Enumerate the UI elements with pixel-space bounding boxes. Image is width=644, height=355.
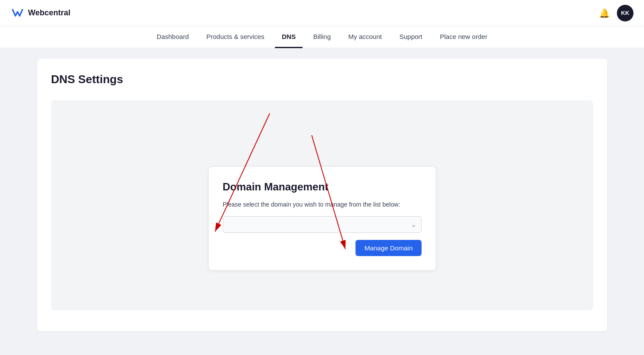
subnav-item-dns[interactable]: DNS [275, 26, 303, 48]
avatar-chevron-icon: ▾ [633, 16, 635, 21]
subnav-item-my-account[interactable]: My account [341, 26, 389, 48]
brand-name: Webcentral [28, 8, 70, 18]
brand-logo[interactable]: Webcentral [11, 6, 70, 20]
page-title: DNS Settings [51, 73, 593, 86]
navbar-right: 🔔 KK ▾ [599, 5, 633, 21]
domain-select-wrapper: ⌄ [223, 216, 422, 233]
subnav-item-support[interactable]: Support [392, 26, 429, 48]
subnav-item-dashboard[interactable]: Dashboard [150, 26, 196, 48]
subnav-item-products-services[interactable]: Products & services [199, 26, 271, 48]
domain-select[interactable] [223, 216, 422, 233]
notification-bell-icon[interactable]: 🔔 [599, 8, 610, 18]
domain-management-title: Domain Management [223, 181, 422, 193]
avatar[interactable]: KK ▾ [617, 5, 633, 21]
subnav: Dashboard Products & services DNS Billin… [0, 26, 644, 48]
domain-management-card: Domain Management Please select the doma… [208, 166, 436, 271]
manage-domain-button[interactable]: Manage Domain [355, 240, 421, 256]
outer-card: DNS Settings Domain Management Please se… [37, 59, 607, 331]
domain-management-description: Please select the domain you wish to man… [223, 200, 422, 209]
avatar-initials: KK [621, 10, 630, 16]
webcentral-logo-icon [11, 6, 25, 20]
subnav-item-billing[interactable]: Billing [306, 26, 338, 48]
main-content: DNS Settings Domain Management Please se… [27, 48, 618, 342]
inner-content-area: Domain Management Please select the doma… [51, 100, 593, 310]
subnav-item-place-new-order[interactable]: Place new order [433, 26, 494, 48]
navbar: Webcentral 🔔 KK ▾ [0, 0, 644, 26]
